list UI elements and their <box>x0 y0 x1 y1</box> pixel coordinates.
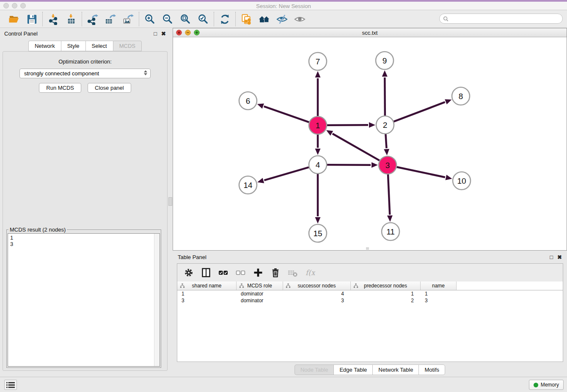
export-table-button[interactable] <box>104 13 117 25</box>
edge-arrowhead <box>445 175 452 180</box>
fx-button: f(x) <box>305 267 316 278</box>
tab-node-table[interactable]: Node Table <box>295 364 334 375</box>
export-network-button[interactable] <box>86 13 99 25</box>
table-header-row: shared name MCDS role successor nodes pr… <box>177 282 563 290</box>
export-network-icon <box>87 14 99 25</box>
column-label: shared name <box>192 283 221 289</box>
deselect-all-icon <box>236 268 246 278</box>
zoom-in-button[interactable] <box>143 13 156 25</box>
graph-node-label: 14 <box>243 181 253 190</box>
float-table-panel-icon[interactable]: □ <box>550 254 553 260</box>
column-header-predecessor-nodes[interactable]: predecessor nodes <box>351 282 421 290</box>
table-row[interactable]: 1dominator411 <box>177 290 563 297</box>
gear-icon <box>184 268 194 278</box>
tab-network-table[interactable]: Network Table <box>372 364 418 375</box>
deselect-all-button[interactable] <box>235 267 246 278</box>
memory-status-icon <box>534 383 538 387</box>
add-button[interactable] <box>253 267 264 278</box>
save-button[interactable] <box>25 13 38 25</box>
main-toolbar <box>0 11 567 28</box>
edge-4-3[interactable] <box>327 165 371 165</box>
tab-edge-table[interactable]: Edge Table <box>333 364 372 375</box>
open-folder-button[interactable] <box>8 13 20 25</box>
graph-node-label: 15 <box>313 229 322 238</box>
titlebar: Session: New Session <box>0 2 567 10</box>
float-panel-icon[interactable]: □ <box>154 31 157 36</box>
close-panel-icon[interactable]: ✖ <box>161 31 166 36</box>
show-panel-list-button[interactable] <box>4 380 17 390</box>
table-cell: 4 <box>283 290 351 297</box>
network-canvas-svg: 7968124314101511 <box>173 37 567 250</box>
memory-button[interactable]: Memory <box>529 380 564 390</box>
table-row[interactable]: 3dominator323 <box>177 297 563 304</box>
edge-4-14[interactable] <box>264 167 308 180</box>
result-scrollbar[interactable] <box>154 234 160 366</box>
zoom-out-icon <box>162 14 173 25</box>
edge-2-8[interactable] <box>394 102 445 121</box>
criterion-value: strongly connected component <box>24 70 99 77</box>
criterion-select[interactable]: strongly connected component <box>19 69 151 78</box>
edge-3-10[interactable] <box>397 167 445 177</box>
edge-2-3[interactable] <box>385 134 386 148</box>
zoom-in-icon <box>144 14 156 25</box>
zoom-selected-button[interactable] <box>197 13 209 25</box>
network-window-titlebar[interactable]: scc.txt <box>173 28 567 37</box>
mcds-result-lines: 13 <box>10 235 157 247</box>
toolbar-group <box>3 13 42 25</box>
zoom-out-button[interactable] <box>161 13 174 25</box>
optimization-criterion-label: Optimization criterion: <box>3 58 167 65</box>
home-icon <box>259 14 270 25</box>
close-view-icon[interactable] <box>176 30 182 36</box>
edge-3-11[interactable] <box>388 174 390 215</box>
column-header-shared-name[interactable]: shared name <box>177 282 237 290</box>
search-input[interactable] <box>451 16 559 22</box>
select-all-button[interactable] <box>218 267 229 278</box>
mcds-panel: Optimization criterion: strongly connect… <box>3 51 168 371</box>
zoom-fit-button[interactable] <box>179 13 192 25</box>
column-label: successor nodes <box>297 283 336 289</box>
edge-1-2[interactable] <box>327 125 368 125</box>
import-network-button[interactable] <box>47 13 60 25</box>
tab-motifs[interactable]: Motifs <box>418 364 445 375</box>
mcds-result-text[interactable]: 13 <box>8 233 160 367</box>
column-label: name <box>432 283 445 289</box>
home-button[interactable] <box>258 13 270 25</box>
edge-3-1[interactable] <box>333 134 380 160</box>
hide-eye-button[interactable] <box>275 13 288 25</box>
run-mcds-button[interactable]: Run MCDS <box>39 83 81 93</box>
tab-select[interactable]: Select <box>85 41 113 51</box>
minimize-view-icon[interactable] <box>185 30 191 36</box>
export-image-icon <box>123 14 134 25</box>
export-image-button[interactable] <box>122 13 135 25</box>
tab-network[interactable]: Network <box>28 41 61 51</box>
show-eye-button[interactable] <box>293 13 306 25</box>
clone-network-button[interactable] <box>240 13 253 25</box>
search-box[interactable] <box>439 14 563 24</box>
close-panel-button[interactable]: Close panel <box>88 83 131 93</box>
column-header-MCDS-role[interactable]: MCDS role <box>237 282 283 290</box>
edge-arrowhead <box>384 149 389 155</box>
column-header-successor-nodes[interactable]: successor nodes <box>283 282 351 290</box>
panel-divider-handle[interactable] <box>168 197 172 206</box>
close-table-panel-icon[interactable]: ✖ <box>557 254 562 260</box>
refresh-button[interactable] <box>218 13 231 25</box>
result-line: 1 <box>10 235 157 241</box>
graph-node-label: 3 <box>385 161 390 170</box>
table-toolbar: f(x) <box>177 264 563 282</box>
columns-button[interactable] <box>201 267 212 278</box>
tab-style[interactable]: Style <box>61 41 85 51</box>
gear-button[interactable] <box>183 267 194 278</box>
edge-2-9[interactable] <box>385 77 385 116</box>
graph-node-label: 11 <box>386 227 395 236</box>
trash-button[interactable] <box>270 267 281 278</box>
import-table-button[interactable] <box>65 13 77 25</box>
zoom-selected-icon <box>198 14 209 25</box>
sort-hierarchy-icon <box>180 283 185 288</box>
maximize-view-icon[interactable] <box>194 30 200 36</box>
tab-mcds[interactable]: MCDS <box>113 41 142 51</box>
canvas-scroll-handle[interactable] <box>366 247 369 250</box>
column-header-name[interactable]: name <box>421 282 457 290</box>
network-canvas[interactable]: 7968124314101511 <box>173 37 567 250</box>
save-icon <box>26 14 38 25</box>
edge-1-6[interactable] <box>264 106 309 122</box>
